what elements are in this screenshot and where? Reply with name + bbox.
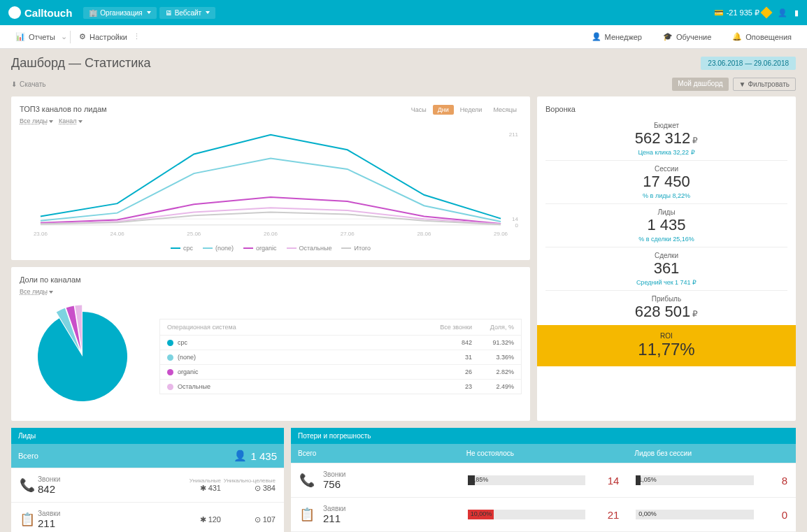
phone-icon: 📞 (20, 477, 38, 493)
roi-box: ROI 11,77% (537, 325, 796, 366)
funnel-step-Сессии: Сессии 17 450 % в лиды 8,22% (545, 160, 787, 203)
panel-top-channels: ТОП3 каналов по лидам Все лиды Канал Час… (11, 96, 530, 260)
panel-leads: Лиды Всего 👤1 435 📞 Звонки842 Уникальные… (11, 428, 284, 532)
svg-text:24.06: 24.06 (110, 231, 125, 237)
leads-total-row: Всего 👤1 435 (11, 444, 284, 468)
filter-all-leads[interactable]: Все лиды (20, 117, 53, 124)
date-range[interactable]: 23.06.2018 — 29.06.2018 (701, 57, 796, 70)
leads-total-label: Всего (18, 452, 38, 460)
funnel-step-Прибыль: Прибыль 628 501₽ (545, 290, 787, 325)
balance[interactable]: 💳 -21 935 ₽ (714, 8, 771, 17)
person-icon: 👤 (234, 450, 247, 462)
page-title: Дашборд — Статистика (11, 56, 151, 71)
funnel-icon: ▼ (739, 80, 746, 88)
page-header: Дашборд — Статистика 23.06.2018 — 29.06.… (0, 49, 807, 78)
line-chart: 21114023.0624.0625.0626.0627.0628.0629.0… (20, 127, 522, 239)
leads-total: 1 435 (250, 450, 277, 462)
losses-row-phone: 📞 Звонки756 1,85% 14 1,05% 8 (291, 463, 796, 497)
th-share: Доля, % (472, 324, 514, 331)
time-tab-Месяцы[interactable]: Месяцы (488, 105, 522, 115)
diamond-icon (761, 7, 773, 19)
form-icon: 📋 (299, 507, 317, 522)
svg-text:29.06: 29.06 (494, 231, 508, 237)
funnel-title: Воронка (545, 105, 787, 113)
my-dashboard-button[interactable]: Мой дашборд (672, 78, 728, 91)
user-icon[interactable]: 👤 (778, 8, 787, 17)
breadcrumb-org[interactable]: 🏢 Организация (83, 7, 156, 19)
nav-training[interactable]: 🎓 Обучение (657, 32, 717, 41)
chart-legend: cpc(none)organicОстальныеИтого (20, 245, 522, 252)
shares-title: Доли по каналам (20, 275, 522, 284)
th-calls: Все звонки (430, 324, 472, 331)
filter-button[interactable]: ▼Фильтровать (733, 78, 796, 91)
pie-chart (20, 301, 145, 412)
download-link[interactable]: ⬇ Скачать (11, 80, 46, 88)
time-tab-Часы[interactable]: Часы (406, 105, 431, 115)
svg-text:28.06: 28.06 (417, 231, 431, 237)
brand-name: Calltouch (24, 7, 72, 19)
shares-table: Операционная система Все звонки Доля, % … (159, 319, 522, 394)
svg-text:25.06: 25.06 (187, 231, 201, 237)
nav-alerts[interactable]: 🔔 Оповещения (727, 32, 797, 41)
funnel-step-Лиды: Лиды 1 435 % в сделки 25,16% (545, 203, 787, 247)
share-row-Остальные[interactable]: Остальные 232.49% (160, 379, 521, 394)
legend-Итого[interactable]: Итого (341, 245, 371, 252)
panel-shares: Доли по каналам Все лиды Операционная си… (11, 267, 530, 421)
svg-text:0: 0 (515, 222, 519, 229)
share-row-(none)[interactable]: (none) 313.36% (160, 350, 521, 364)
roi-label: ROI (537, 332, 796, 340)
phone-icon: 📞 (299, 473, 317, 488)
losses-title: Потери и погрешность (291, 428, 796, 444)
kebab-icon[interactable]: ⋮ (133, 32, 141, 41)
time-tab-Недели[interactable]: Недели (455, 105, 487, 115)
time-tab-Дни[interactable]: Дни (433, 105, 454, 115)
losses-col-missed: Не состоялось (459, 444, 628, 463)
losses-col-total: Всего (291, 444, 459, 463)
legend-Остальные[interactable]: Остальные (287, 245, 332, 252)
menu-icon[interactable]: ▮ (794, 8, 799, 17)
navbar: 📊 Отчеты ⌄ ⚙ Настройки ⋮ 👤 Менеджер 🎓 Об… (0, 25, 807, 49)
roi-value: 11,77% (537, 340, 796, 359)
breadcrumb: 🏢 Организация 🖥 Вебсайт (83, 7, 215, 19)
topbar: Calltouch 🏢 Организация 🖥 Вебсайт 💳 -21 … (0, 0, 807, 25)
funnel-step-Сделки: Сделки 361 Средний чек 1 741 ₽ (545, 247, 787, 290)
logo[interactable]: Calltouch (8, 6, 72, 19)
svg-text:211: 211 (509, 131, 519, 138)
leads-title: Лиды (11, 428, 284, 444)
nav-reports[interactable]: 📊 Отчеты (10, 32, 61, 41)
leads-row-form: 📋 Заявки211 ✱ 120 ⊙ 107 (11, 502, 284, 532)
svg-text:23.06: 23.06 (34, 231, 48, 237)
svg-text:27.06: 27.06 (341, 231, 355, 237)
legend-cpc[interactable]: cpc (171, 245, 193, 252)
top-channels-title: ТОП3 каналов по лидам (20, 105, 107, 113)
topbar-right: 💳 -21 935 ₽ 👤 ▮ (714, 8, 799, 17)
losses-col-nosession: Лидов без сессии (627, 444, 796, 463)
time-tabs: ЧасыДниНеделиМесяцы (406, 105, 522, 115)
share-row-organic[interactable]: organic 262.82% (160, 364, 521, 379)
share-row-cpc[interactable]: cpc 84291.32% (160, 335, 521, 350)
chevron-down-icon[interactable]: ⌄ (61, 32, 67, 41)
panel-losses: Потери и погрешность Всего Не состоялось… (291, 428, 796, 532)
legend-organic[interactable]: organic (243, 245, 277, 252)
panel-funnel: Воронка Бюджет 562 312₽ Цена клика 32,22… (537, 96, 796, 421)
th-system: Операционная система (167, 324, 430, 331)
filter-channel[interactable]: Канал (59, 117, 82, 124)
leads-row-phone: 📞 Звонки842 Уникальные✱ 431 Уникально-це… (11, 468, 284, 502)
legend-(none)[interactable]: (none) (203, 245, 234, 252)
losses-row-form: 📋 Заявки211 10,00% 21 0,00% 0 (291, 497, 796, 531)
form-icon: 📋 (20, 512, 38, 527)
logo-icon (8, 6, 21, 19)
svg-text:26.06: 26.06 (264, 231, 278, 237)
funnel-step-Бюджет: Бюджет 562 312₽ Цена клика 32,22 ₽ (545, 117, 787, 160)
breadcrumb-site[interactable]: 🖥 Вебсайт (159, 7, 215, 19)
nav-manager[interactable]: 👤 Менеджер (586, 32, 648, 41)
nav-settings[interactable]: ⚙ Настройки (73, 32, 133, 41)
page-subheader: ⬇ Скачать Мой дашборд ▼Фильтровать (0, 78, 807, 96)
shares-filter[interactable]: Все лиды (20, 288, 53, 295)
